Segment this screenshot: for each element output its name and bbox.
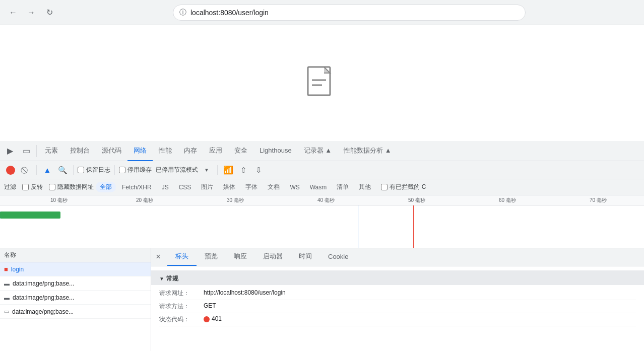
status-code-row: 状态代码： 401 — [159, 313, 636, 326]
request-list-header: 名称 — [0, 248, 151, 262]
details-tab-bar: × 标头 预览 响应 启动器 时间 Cookie — [151, 248, 644, 266]
timeline-area[interactable]: 10 毫秒 20 毫秒 30 毫秒 40 毫秒 50 毫秒 60 毫秒 70 毫… — [0, 195, 644, 248]
filter-all-btn[interactable]: 全部 — [96, 182, 116, 192]
tab-recorder[interactable]: 记录器 ▲ — [298, 141, 338, 161]
export-har-btn[interactable]: ⇩ — [252, 164, 265, 177]
details-tab-initiator[interactable]: 启动器 — [255, 248, 291, 266]
filter-icon-btn[interactable]: ▲ — [41, 164, 54, 177]
import-har-btn[interactable]: ⇧ — [237, 164, 250, 177]
blocked-label: 有已拦截的 C — [390, 183, 426, 191]
request-item-img1[interactable]: ▬ data:image/png;base... — [0, 276, 151, 291]
details-tab-cookie[interactable]: Cookie — [320, 248, 356, 266]
clear-button[interactable]: ⃠ — [19, 164, 32, 177]
error-file-icon: _ — [302, 63, 342, 103]
reverse-checkbox[interactable] — [22, 184, 29, 190]
details-close-button[interactable]: × — [151, 248, 165, 266]
disable-cache-checkbox-label[interactable]: 停用缓存 — [119, 166, 152, 174]
reverse-checkbox-label[interactable]: 反转 — [22, 183, 43, 191]
tick-50ms: 50 毫秒 — [408, 197, 425, 204]
status-code-label: 状态代码： — [159, 315, 200, 324]
page-content-area: _ — [0, 25, 644, 141]
back-button[interactable]: ← — [6, 6, 20, 20]
filter-media-btn[interactable]: 媒体 — [219, 182, 239, 192]
tick-20ms: 20 毫秒 — [136, 197, 153, 204]
section-toggle-icon: ▼ — [159, 276, 164, 282]
preserve-log-label: 保留日志 — [86, 166, 110, 174]
filter-manifest-btn[interactable]: 清单 — [333, 182, 353, 192]
request-url-row: 请求网址： http://localhost:8080/user/login — [159, 287, 636, 300]
details-tab-timing[interactable]: 时间 — [291, 248, 320, 266]
timeline-bar-green — [0, 212, 60, 219]
blocked-checkbox[interactable] — [381, 184, 388, 190]
toolbar-sep-2 — [73, 165, 74, 175]
details-tab-response[interactable]: 响应 — [226, 248, 255, 266]
preserve-log-checkbox[interactable] — [78, 167, 84, 173]
filter-ws-btn[interactable]: WS — [286, 183, 303, 192]
devtools-network-toolbar: ⃠ ▲ 🔍 保留日志 停用缓存 已停用节流模式 ▼ 📶 ⇧ ⇩ — [0, 161, 644, 179]
details-tab-headers[interactable]: 标头 — [167, 248, 197, 266]
tick-70ms: 70 毫秒 — [590, 197, 607, 204]
filter-css-btn[interactable]: CSS — [175, 183, 196, 192]
record-button[interactable] — [4, 164, 17, 177]
request-img-icon-2: ▬ — [4, 295, 10, 301]
hide-data-urls-checkbox-label[interactable]: 隐藏数据网址 — [49, 183, 94, 191]
timeline-ruler: 10 毫秒 20 毫秒 30 毫秒 40 毫秒 50 毫秒 60 毫秒 70 毫… — [0, 195, 644, 205]
filter-doc-btn[interactable]: 文档 — [264, 182, 284, 192]
details-tab-preview[interactable]: 预览 — [197, 248, 226, 266]
timeline-vline-blue — [358, 205, 358, 248]
filter-wasm-btn[interactable]: Wasm — [306, 183, 331, 192]
filter-font-btn[interactable]: 字体 — [241, 182, 262, 192]
search-icon-btn[interactable]: 🔍 — [56, 164, 69, 177]
tab-perf-insights[interactable]: 性能数据分析 ▲ — [338, 141, 397, 161]
tab-network[interactable]: 网络 — [127, 141, 153, 161]
request-item-img2[interactable]: ▬ data:image/png;base... — [0, 291, 151, 305]
address-bar[interactable]: ⓘ localhost:8080/user/login — [173, 5, 526, 21]
disable-cache-checkbox[interactable] — [119, 167, 125, 173]
toolbar-sep-3 — [114, 165, 115, 175]
forward-button[interactable]: → — [24, 6, 38, 20]
request-list: 名称 ■ login ▬ data:image/png;base... ▬ da… — [0, 248, 151, 351]
tab-security[interactable]: 安全 — [228, 141, 253, 161]
tab-elements[interactable]: 元素 — [39, 141, 64, 161]
filter-js-btn[interactable]: JS — [158, 183, 173, 192]
filter-fetch-xhr-btn[interactable]: Fetch/XHR — [118, 183, 156, 192]
record-dot — [6, 166, 15, 175]
tab-performance[interactable]: 性能 — [153, 141, 178, 161]
details-panel: × 标头 预览 响应 启动器 时间 Cookie ▼ 常规 请求网址： http… — [151, 248, 644, 351]
preserve-log-checkbox-label[interactable]: 保留日志 — [78, 166, 110, 174]
name-col-header: 名称 — [0, 251, 20, 259]
filter-img-btn[interactable]: 图片 — [197, 182, 217, 192]
reverse-label: 反转 — [31, 183, 43, 191]
filter-other-btn[interactable]: 其他 — [355, 182, 375, 192]
request-name-img3: data:image/png;base... — [12, 308, 147, 315]
svg-text:_: _ — [313, 72, 317, 80]
throttle-value: 已停用节流模式 — [156, 166, 198, 174]
reload-button[interactable]: ↻ — [42, 6, 56, 20]
network-panel: 名称 ■ login ▬ data:image/png;base... ▬ da… — [0, 248, 644, 351]
status-code-value: 401 — [204, 315, 636, 322]
blocked-checkbox-label[interactable]: 有已拦截的 C — [381, 183, 426, 191]
throttle-dropdown-btn[interactable]: ▼ — [200, 164, 213, 177]
request-name-login: login — [11, 266, 147, 273]
request-item-login[interactable]: ■ login — [0, 262, 151, 276]
toolbar-sep-1 — [36, 165, 37, 175]
tick-60ms: 60 毫秒 — [499, 197, 516, 204]
device-toolbar-icon-btn[interactable]: ▭ — [18, 143, 34, 159]
tab-memory[interactable]: 内存 — [178, 141, 203, 161]
security-icon: ⓘ — [179, 8, 186, 17]
element-picker-icon-btn[interactable]: ▶ — [2, 143, 18, 159]
request-name-img2: data:image/png;base... — [13, 294, 147, 301]
general-section-header[interactable]: ▼ 常规 — [151, 270, 644, 285]
devtools-filter-bar: 过滤 反转 隐藏数据网址 全部 Fetch/XHR JS CSS 图片 媒体 字… — [0, 179, 644, 195]
request-url-value: http://localhost:8080/user/login — [204, 289, 636, 296]
timeline-vline-red — [413, 205, 414, 248]
status-dot — [204, 316, 210, 322]
tick-40ms: 40 毫秒 — [317, 197, 335, 204]
tab-console[interactable]: 控制台 — [64, 141, 96, 161]
tab-application[interactable]: 应用 — [203, 141, 228, 161]
tab-sources[interactable]: 源代码 — [96, 141, 127, 161]
request-item-img3[interactable]: ▭ data:image/png;base... — [0, 305, 151, 319]
tab-lighthouse[interactable]: Lighthouse — [253, 141, 298, 161]
network-conditions-btn[interactable]: 📶 — [222, 164, 235, 177]
hide-data-urls-checkbox[interactable] — [49, 184, 55, 190]
